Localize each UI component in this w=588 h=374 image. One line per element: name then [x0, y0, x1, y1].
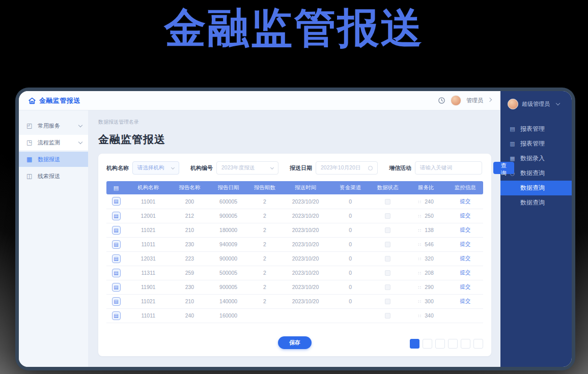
- cell-name: 200: [171, 194, 208, 209]
- row-document-icon[interactable]: ▤: [112, 240, 121, 249]
- right-panel: 超级管理员 ▤ 报表管理 ▥ 报表管理 ▦ 数据录入: [500, 91, 572, 367]
- search-button[interactable]: 查询: [493, 162, 514, 174]
- ratio-value: 290: [425, 284, 434, 290]
- cell-ratio: ∷546: [405, 237, 447, 251]
- chevron-down-icon[interactable]: [78, 139, 82, 143]
- row-document-icon[interactable]: ▤: [112, 311, 121, 320]
- cell-org: 12031: [126, 251, 171, 266]
- cell-name: 223: [171, 251, 208, 266]
- user-avatar[interactable]: [451, 95, 461, 106]
- cell-date: 900005: [209, 209, 248, 223]
- col-header-name: 报告名称: [171, 181, 208, 194]
- page-button[interactable]: [410, 339, 419, 349]
- app-window: 金融监管报送 管理员: [15, 88, 575, 370]
- panel-menu-item[interactable]: ▤ 报表管理: [500, 122, 572, 136]
- row-action-link[interactable]: 提交: [460, 241, 470, 247]
- table-row[interactable]: ▤ 11021 210 180000 2 2023/10/20 0: [106, 223, 483, 237]
- cell-name: 240: [171, 308, 208, 323]
- main-content: 数据报送管理名录 金融监管报送 机构名称: [88, 110, 500, 367]
- table-row[interactable]: ▤ 11311 259 500005 2 2023/10/20 0: [106, 266, 483, 280]
- sidebar-item[interactable]: ▦ 数据报送: [19, 152, 88, 167]
- panel-menu-item[interactable]: 数据查询: [500, 195, 572, 210]
- ratio-value: 240: [425, 198, 434, 205]
- row-document-icon[interactable]: ▤: [112, 197, 121, 206]
- row-action-link[interactable]: 提交: [460, 298, 470, 304]
- sidebar-item[interactable]: ◳ 流程监测: [19, 135, 88, 150]
- chevron-right-icon[interactable]: [488, 98, 492, 102]
- row-checkbox[interactable]: [385, 270, 390, 276]
- table-row[interactable]: ▤ 12031 223 900000 2 2023/10/20 0: [106, 251, 483, 266]
- page-button[interactable]: [448, 339, 458, 349]
- cell-time: 2023/10/20: [281, 237, 330, 251]
- content-card: 机构名称 请选择机构 机构编号: [98, 154, 491, 356]
- row-action-link[interactable]: 提交: [460, 198, 470, 204]
- table-row[interactable]: ▤ 11011 240 160000 ∷: [106, 308, 483, 323]
- row-checkbox[interactable]: [385, 242, 390, 247]
- filter-input[interactable]: 请输入关键词: [415, 161, 482, 175]
- row-checkbox[interactable]: [385, 199, 390, 205]
- filter-input[interactable]: 请选择机构: [132, 161, 179, 175]
- cell-ratio: ∷300: [405, 294, 447, 308]
- col-header-ratio: 服务比: [405, 181, 447, 194]
- row-checkbox[interactable]: [385, 227, 390, 233]
- page-button[interactable]: [423, 339, 432, 349]
- page-button[interactable]: [461, 339, 470, 349]
- panel-menu-label: 数据查询: [520, 184, 545, 192]
- panel-menu-item[interactable]: 数据查询: [500, 181, 572, 195]
- row-document-icon[interactable]: ▤: [112, 283, 121, 292]
- cell-channel: 0: [330, 237, 371, 251]
- table-row[interactable]: ▤ 11011 230 940009 2 2023/10/20 0: [106, 237, 483, 251]
- table-header-row: ▤ 机构名称 报告名称 报告日期 报告期数 报送时间 资金渠道 数据状态 服务比: [106, 181, 483, 194]
- filter-input[interactable]: 2023年10月20日: [316, 161, 378, 175]
- row-document-icon[interactable]: ▤: [112, 212, 121, 220]
- sidebar-item-icon: ▦: [26, 156, 34, 163]
- row-document-icon[interactable]: ▤: [112, 269, 121, 277]
- cell-period: 2: [248, 251, 281, 266]
- col-header-status: 数据状态: [371, 181, 404, 194]
- sidebar-item[interactable]: ◰ 常用服务: [19, 118, 88, 133]
- table-row[interactable]: ▤ 11021 210 140000 2 2023/10/20 0: [106, 294, 483, 308]
- row-action-link[interactable]: 提交: [460, 226, 470, 233]
- chevron-down-icon[interactable]: [78, 123, 82, 127]
- row-document-icon[interactable]: ▤: [112, 297, 121, 306]
- table-row[interactable]: ▤ 12001 212 900005 2 2023/10/20 0: [106, 209, 483, 223]
- cell-time: 2023/10/20: [281, 251, 330, 266]
- row-document-icon[interactable]: ▤: [112, 254, 121, 263]
- table-row[interactable]: ▤ 11001 200 600005 2 2023/10/20 0: [106, 194, 483, 209]
- row-action-link[interactable]: 提交: [460, 255, 470, 261]
- save-button[interactable]: 保存: [278, 336, 312, 349]
- row-action-link[interactable]: 提交: [460, 269, 470, 275]
- page-button[interactable]: [473, 339, 483, 349]
- cell-name: 230: [171, 280, 208, 294]
- cell-name: 210: [171, 294, 208, 308]
- filter-input[interactable]: 2023年度报送: [216, 161, 278, 175]
- sidebar-item[interactable]: ◫ 线索报送: [19, 168, 88, 184]
- filter-field: 机构编号 2023年度报送: [190, 161, 278, 175]
- app-area: 金融监管报送 管理员: [19, 91, 500, 367]
- row-action-link[interactable]: 提交: [460, 283, 470, 290]
- row-checkbox[interactable]: [385, 284, 390, 290]
- hero-title: 金融监管报送: [0, 0, 588, 56]
- cell-date: 600005: [209, 194, 248, 209]
- ratio-value: 300: [425, 298, 434, 304]
- panel-menu-item[interactable]: ▥ 报表管理: [500, 136, 572, 151]
- page-button[interactable]: [435, 339, 445, 349]
- row-action-link[interactable]: 提交: [460, 212, 470, 218]
- cell-time: 2023/10/20: [281, 294, 330, 308]
- panel-menu-label: 数据查询: [520, 169, 545, 178]
- cell-channel: 0: [330, 194, 371, 209]
- table-row[interactable]: ▤ 11901 230 900005 2 2023/10/20 0: [106, 280, 483, 294]
- row-checkbox[interactable]: [385, 256, 390, 262]
- row-checkbox[interactable]: [385, 313, 390, 319]
- row-document-icon[interactable]: ▤: [112, 226, 121, 235]
- stepper-icon: ∷: [418, 228, 421, 233]
- panel-user[interactable]: 超级管理员: [500, 91, 572, 113]
- cell-time: 2023/10/20: [281, 223, 330, 237]
- row-checkbox[interactable]: [385, 213, 390, 219]
- app-logo[interactable]: 金融监管报送: [28, 96, 80, 105]
- cell-date: 900000: [209, 251, 248, 266]
- filter-suffix-icon: [171, 165, 175, 169]
- history-clock-icon[interactable]: [438, 97, 445, 104]
- row-checkbox[interactable]: [385, 299, 390, 304]
- pagination: [410, 339, 483, 349]
